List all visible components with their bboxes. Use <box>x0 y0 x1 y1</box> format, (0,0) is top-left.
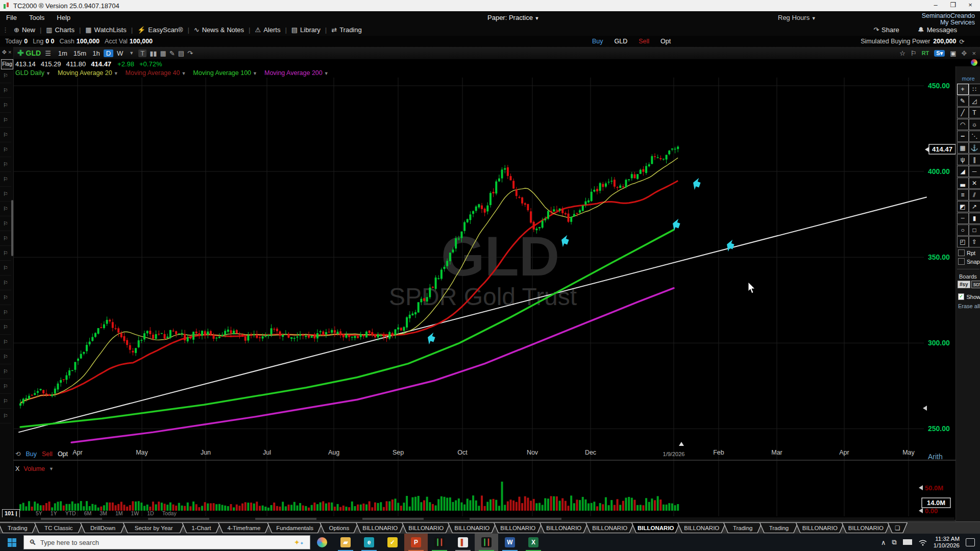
chart-sell-button[interactable]: Sell <box>42 450 53 458</box>
layout-tab-17[interactable]: Trading <box>760 522 799 533</box>
flag-cell[interactable]: ⚐ <box>0 87 11 98</box>
save-icon[interactable]: ▣ <box>950 49 956 57</box>
start-button[interactable] <box>0 534 23 551</box>
layout-tab-0[interactable]: Trading <box>0 522 37 533</box>
share-button[interactable]: ↷Share <box>869 26 904 34</box>
menu-help[interactable]: Help <box>51 14 77 21</box>
layout-tab-1[interactable]: TC Classic <box>34 522 83 533</box>
draw-tool-4-icon[interactable]: ╱ <box>957 107 969 118</box>
draw-tool-5-icon[interactable]: T <box>969 107 980 118</box>
calculator-icon[interactable]: ▦ <box>160 49 166 57</box>
draw-tool-26-icon[interactable]: ◰ <box>957 236 969 247</box>
layout-tab-15[interactable]: BILLONARIO <box>677 522 726 533</box>
toolbar-alerts[interactable]: ⚠Alerts <box>251 26 285 34</box>
toolbar-trading[interactable]: ⇄Trading <box>327 26 366 34</box>
timeframe-dropdown-icon[interactable]: ▼ <box>129 51 134 56</box>
erase-all-link[interactable]: Erase all <box>958 303 980 309</box>
preset-3m[interactable]: 3M <box>100 510 107 516</box>
draw-tool-0-icon[interactable]: + <box>957 84 969 95</box>
timeframe-D[interactable]: D <box>104 49 113 57</box>
flag-cell[interactable]: ⚐ <box>0 206 11 216</box>
word-icon[interactable]: W <box>498 534 522 551</box>
preset-1d[interactable]: 1D <box>147 510 154 516</box>
flag-cell[interactable]: ⚐ <box>0 383 11 394</box>
flag-cell[interactable]: ⚐ <box>0 132 11 142</box>
flag-cell[interactable]: ⚐ <box>0 176 11 187</box>
minimize-button[interactable]: – <box>927 0 944 11</box>
volume-label[interactable]: Volume <box>23 465 45 472</box>
layout-tab-6[interactable]: Fundamentals <box>267 522 323 533</box>
menu-tools[interactable]: Tools <box>23 14 51 21</box>
preset-1m[interactable]: 1M <box>115 510 123 516</box>
tc2000-icon[interactable]: ┃┃ <box>428 534 451 551</box>
draw-tool-23-icon[interactable]: ▮ <box>969 213 980 224</box>
layout-tab-19[interactable]: BILLONARIO <box>841 522 890 533</box>
preset-1w[interactable]: 1W <box>131 510 139 516</box>
draw-tool-8-icon[interactable]: ┅ <box>957 131 969 142</box>
flag-cell[interactable]: ⚐ <box>0 324 11 335</box>
draw-tool-12-icon[interactable]: ψ <box>957 154 969 165</box>
layout-tab-18[interactable]: BILLONARIO <box>795 522 844 533</box>
messages-button[interactable]: 🔔︎Messages <box>913 26 962 34</box>
refresh-icon[interactable]: ⟳ <box>960 38 965 45</box>
edge-icon[interactable]: e <box>357 534 381 551</box>
tc2000-active-icon[interactable]: ┃┃ <box>475 534 498 551</box>
toolbar-easyscan-[interactable]: ⚡EasyScan® <box>133 26 187 34</box>
layout-tab-7[interactable]: Options <box>320 522 359 533</box>
show-checkbox[interactable]: ✓Show <box>958 293 980 300</box>
norton-icon[interactable]: ✓ <box>381 534 404 551</box>
board-scr-button[interactable]: scr <box>971 281 980 288</box>
volume-close-x[interactable]: X <box>15 465 19 472</box>
toolbar-library[interactable]: ▤Library <box>287 26 325 34</box>
preset-ytd[interactable]: YTD <box>65 510 76 516</box>
sell-button[interactable]: Sell <box>639 38 649 45</box>
chart-buy-button[interactable]: Buy <box>26 450 37 458</box>
flag-cell[interactable]: ⚐ <box>0 102 11 113</box>
chart-doc-icon[interactable]: ▌ <box>451 534 475 551</box>
toolbar-watchlists[interactable]: ▦WatchLists <box>81 26 131 34</box>
layout-tab-4[interactable]: 1-Chart <box>182 522 221 533</box>
draw-tool-7-icon[interactable]: ☼ <box>969 119 980 130</box>
draw-tool-27-icon[interactable]: ⇧ <box>969 236 980 247</box>
toolbar-charts[interactable]: ▥Charts <box>41 26 79 34</box>
flag-cell[interactable]: ⚐ <box>0 309 11 320</box>
notes-icon[interactable]: ▤ <box>178 49 184 57</box>
title-bar[interactable]: TC2000 ® Version 25.0.9407.18704 – ❒ × <box>0 0 980 11</box>
layout-tab-2[interactable]: DrillDown <box>80 522 126 533</box>
favorite-star-icon[interactable]: ☆ <box>899 49 905 57</box>
trade-cycle-icon[interactable]: ⟲ <box>15 450 20 458</box>
flag-cell[interactable]: ⚐ <box>0 354 11 364</box>
move-chart-icon[interactable]: ✥ <box>962 49 967 57</box>
draw-tool-25-icon[interactable]: □ <box>969 224 980 236</box>
flag-header[interactable]: Flag <box>1 59 13 69</box>
flag-cell[interactable]: ⚐ <box>0 280 11 290</box>
volume-dropdown-icon[interactable]: ▼ <box>49 466 54 471</box>
flag-cell[interactable]: ⚐ <box>0 161 11 172</box>
draw-tool-2-icon[interactable]: ✎ <box>957 95 969 107</box>
board-sy-button[interactable]: #sy <box>958 281 970 288</box>
flag-cell[interactable]: ⚐ <box>0 235 11 246</box>
timeframe-W[interactable]: W <box>114 49 126 57</box>
layout-tab-3[interactable]: Sector by Year <box>122 522 185 533</box>
indicator-0[interactable]: GLD Daily▼ <box>15 69 51 77</box>
draw-tool-21-icon[interactable]: ↗ <box>969 201 980 212</box>
s-badge[interactable]: S▾ <box>934 50 945 57</box>
layout-tab-13[interactable]: BILLONARIO <box>585 522 634 533</box>
layout-tab-8[interactable]: BILLONARIO <box>356 522 405 533</box>
layout-tab-5[interactable]: 4-Timeframe <box>218 522 270 533</box>
flag-cell[interactable]: ⚐ <box>0 250 11 261</box>
globe-icon[interactable] <box>971 59 977 66</box>
draw-tool-22-icon[interactable]: ┄ <box>957 213 969 224</box>
clock[interactable]: 11:32 AM 1/10/2026 <box>934 536 960 549</box>
close-chart-icon[interactable]: × <box>972 49 976 57</box>
tray-expand-icon[interactable]: ∧ <box>881 539 886 546</box>
flag-cell[interactable]: ⚐ <box>0 146 11 157</box>
timeframe-1h[interactable]: 1h <box>90 49 102 57</box>
draw-tool-18-icon[interactable]: ≡ <box>957 189 969 201</box>
wifi-icon[interactable] <box>918 539 927 546</box>
draw-tool-17-icon[interactable]: ✕ <box>969 178 980 189</box>
symbol-list-icon[interactable]: ☰ <box>45 49 51 57</box>
chart-symbol[interactable]: GLD <box>26 49 41 57</box>
flag-cell[interactable]: ⚐ <box>0 294 11 305</box>
toolbar-drag-handle[interactable]: ⋮ <box>2 26 9 34</box>
